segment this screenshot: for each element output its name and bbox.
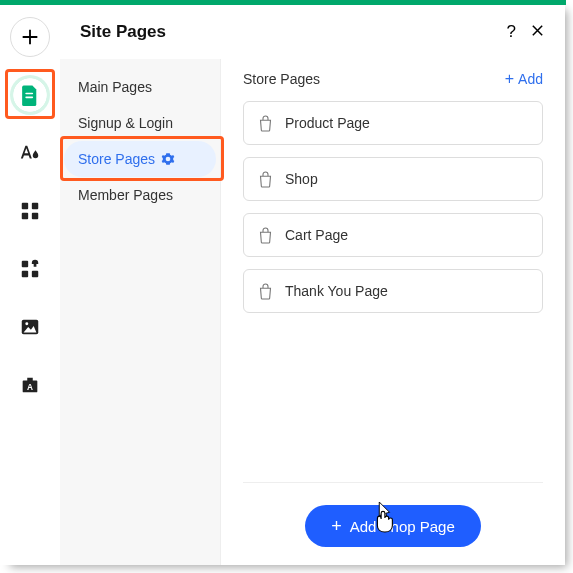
svg-rect-7	[22, 271, 28, 277]
gear-icon	[161, 152, 175, 166]
plus-icon: +	[331, 517, 342, 535]
nav-label: Signup & Login	[78, 115, 173, 131]
close-button[interactable]	[530, 23, 545, 42]
addons-button[interactable]	[10, 249, 50, 289]
page-list: Product Page Shop Cart Page Thank You Pa…	[243, 101, 543, 313]
apps-button[interactable]	[10, 191, 50, 231]
image-icon	[19, 316, 41, 338]
page-icon	[20, 84, 40, 106]
svg-rect-0	[25, 93, 33, 95]
page-label: Cart Page	[285, 227, 348, 243]
nav-store-pages[interactable]: Store Pages	[64, 141, 216, 177]
panel-header: Site Pages ?	[60, 5, 565, 59]
site-pages-panel: Site Pages ? Main Pages Signup & Login S…	[60, 5, 565, 565]
plus-icon: +	[505, 71, 514, 87]
content-button[interactable]: A	[10, 365, 50, 405]
bag-icon	[258, 171, 273, 188]
grid-icon	[19, 200, 41, 222]
svg-point-10	[25, 322, 28, 325]
media-button[interactable]	[10, 307, 50, 347]
page-item-thankyou[interactable]: Thank You Page	[243, 269, 543, 313]
svg-text:A: A	[27, 383, 33, 392]
svg-rect-5	[32, 213, 38, 219]
svg-rect-8	[32, 271, 38, 277]
nav-member-pages[interactable]: Member Pages	[64, 177, 216, 213]
page-item-cart[interactable]: Cart Page	[243, 213, 543, 257]
add-element-button[interactable]	[10, 17, 50, 57]
puzzle-icon	[19, 258, 41, 280]
add-shop-page-button[interactable]: + Add Shop Page	[305, 505, 481, 547]
add-label: Add	[518, 71, 543, 87]
svg-rect-4	[22, 213, 28, 219]
page-category-nav: Main Pages Signup & Login Store Pages Me…	[60, 59, 220, 565]
page-item-shop[interactable]: Shop	[243, 157, 543, 201]
svg-rect-3	[32, 203, 38, 209]
bag-icon	[258, 283, 273, 300]
page-item-product[interactable]: Product Page	[243, 101, 543, 145]
close-icon	[530, 23, 545, 38]
bag-icon	[258, 227, 273, 244]
nav-signup-login[interactable]: Signup & Login	[64, 105, 216, 141]
nav-label: Member Pages	[78, 187, 173, 203]
left-rail: A	[0, 5, 60, 565]
page-label: Shop	[285, 171, 318, 187]
add-shop-label: Add Shop Page	[350, 518, 455, 535]
nav-label: Main Pages	[78, 79, 152, 95]
main-content: Store Pages + Add Product Page Shop Cart	[220, 59, 565, 565]
page-label: Thank You Page	[285, 283, 388, 299]
pages-menu-button[interactable]	[10, 75, 50, 115]
svg-rect-2	[22, 203, 28, 209]
plus-icon	[19, 26, 41, 48]
page-label: Product Page	[285, 115, 370, 131]
nav-main-pages[interactable]: Main Pages	[64, 69, 216, 105]
bag-icon	[258, 115, 273, 132]
briefcase-a-icon: A	[19, 374, 41, 396]
nav-label: Store Pages	[78, 151, 155, 167]
svg-rect-6	[22, 261, 28, 267]
add-page-link[interactable]: + Add	[505, 71, 543, 87]
theme-button[interactable]	[10, 133, 50, 173]
font-drop-icon	[19, 142, 41, 164]
section-title: Store Pages	[243, 71, 505, 87]
help-button[interactable]: ?	[507, 22, 516, 42]
svg-rect-1	[25, 97, 33, 99]
panel-title: Site Pages	[80, 22, 493, 42]
